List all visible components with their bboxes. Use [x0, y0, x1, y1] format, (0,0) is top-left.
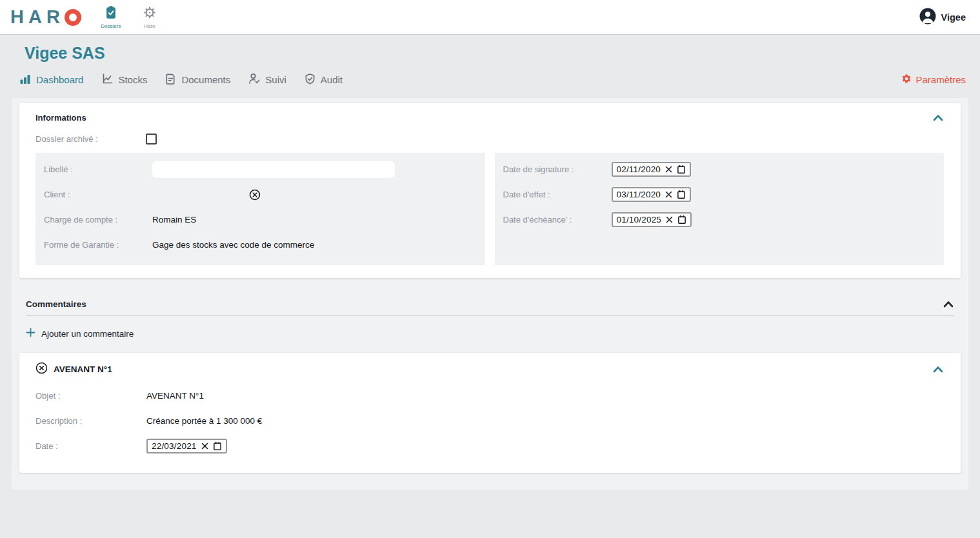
description-label: Description :: [35, 416, 146, 426]
date-clear-icon[interactable]: [665, 166, 672, 173]
plus-icon: [26, 328, 35, 339]
nav-dossiers[interactable]: Dossiers: [97, 5, 125, 29]
calendar-icon[interactable]: [677, 164, 686, 174]
objet-value: AVENANT N°1: [146, 391, 204, 401]
user-name: Vigee: [941, 12, 966, 23]
top-header: HAR Dossiers: [0, 0, 980, 35]
tab-bar: Dashboard Stocks Documents: [19, 72, 966, 87]
nav-haro-label: Haro: [144, 23, 155, 29]
client-clear-circle-x-icon[interactable]: [249, 189, 261, 201]
date-clear-icon[interactable]: [666, 216, 673, 223]
ajouter-commentaire-label: Ajouter un commentaire: [41, 329, 134, 339]
dossier-archive-label: Dossier archivé :: [35, 134, 145, 144]
clipboard-check-icon: [104, 5, 118, 23]
collapse-informations-chevron-icon[interactable]: [932, 114, 944, 122]
tab-suivi[interactable]: Suivi: [248, 72, 286, 87]
person-check-icon: [248, 72, 261, 87]
charge-de-compte-label: Chargé de compte :: [44, 215, 152, 224]
client-label: Client :: [44, 190, 152, 199]
tab-suivi-label: Suivi: [265, 74, 286, 85]
description-value: Créance portée à 1 300 000 €: [146, 416, 262, 426]
date-effet-value: 03/11/2020: [617, 190, 661, 199]
calendar-icon[interactable]: [677, 215, 686, 224]
avenant-date-input[interactable]: 22/03/2021: [146, 439, 227, 453]
avenant-card: AVENANT N°1 Objet : AVENANT N°1 Descript…: [19, 353, 961, 473]
date-signature-input[interactable]: 02/11/2020: [612, 162, 692, 177]
collapse-avenant-chevron-icon[interactable]: [932, 365, 944, 374]
avenant-title: AVENANT N°1: [54, 364, 112, 374]
logo-text: HAR: [10, 8, 65, 26]
informations-title: Informations: [35, 113, 86, 123]
avenant-date-value: 22/03/2021: [152, 441, 197, 451]
date-signature-value: 02/11/2020: [617, 164, 661, 174]
document-icon: [165, 73, 177, 87]
informations-card: Informations Dossier archivé : Libellé :…: [19, 103, 961, 278]
tab-audit-label: Audit: [321, 74, 343, 85]
avenant-remove-circle-x-icon[interactable]: [35, 362, 48, 377]
haro-logo[interactable]: HAR: [10, 8, 81, 26]
bar-chart-icon: [19, 73, 32, 87]
commentaires-section: Commentaires Ajouter un commentaire: [26, 299, 954, 339]
charge-de-compte-value: Romain ES: [152, 215, 196, 224]
logo-o: [65, 9, 81, 26]
parametres-button[interactable]: Paramètres: [901, 74, 966, 86]
top-nav: Dossiers: [97, 5, 164, 29]
tab-documents[interactable]: Documents: [165, 73, 230, 87]
calendar-icon[interactable]: [213, 441, 222, 451]
line-chart-icon: [101, 72, 114, 87]
libelle-input[interactable]: [152, 161, 395, 178]
tab-dashboard[interactable]: Dashboard: [19, 73, 83, 87]
date-clear-icon[interactable]: [665, 191, 672, 198]
collapse-commentaires-chevron-icon[interactable]: [943, 300, 954, 308]
informations-right-panel: Date de signature : 02/11/2020: [495, 153, 945, 265]
shield-check-icon: [304, 73, 316, 87]
avenant-date-label: Date :: [35, 441, 146, 451]
date-effet-label: Date d'effet :: [503, 190, 612, 199]
date-clear-icon[interactable]: [201, 443, 208, 450]
informations-left-panel: Libellé : Client : Chargé de compte :: [35, 153, 485, 265]
tab-stocks-label: Stocks: [118, 74, 147, 85]
commentaires-divider: [26, 315, 954, 315]
forme-de-garantie-value: Gage des stocks avec code de commerce: [152, 240, 314, 250]
date-echeance-value: 01/10/2025: [617, 215, 662, 224]
commentaires-title: Commentaires: [26, 299, 86, 309]
user-avatar-icon: [919, 8, 936, 27]
ajouter-commentaire-button[interactable]: Ajouter un commentaire: [26, 328, 134, 339]
content-container: Informations Dossier archivé : Libellé :…: [12, 98, 968, 490]
libelle-label: Libellé :: [44, 164, 152, 174]
calendar-icon[interactable]: [677, 190, 686, 199]
date-echeance-label: Date d'échéance' :: [503, 215, 612, 224]
gear-icon: [901, 74, 912, 86]
user-menu[interactable]: Vigee: [919, 8, 966, 27]
tab-documents-label: Documents: [181, 74, 230, 85]
nav-haro[interactable]: Haro: [135, 5, 164, 29]
tab-stocks[interactable]: Stocks: [101, 72, 147, 87]
parametres-label: Paramètres: [915, 74, 966, 85]
dossier-archive-checkbox[interactable]: [146, 134, 157, 144]
objet-label: Objet :: [35, 391, 146, 401]
nav-dossiers-label: Dossiers: [101, 23, 121, 29]
date-signature-label: Date de signature :: [503, 164, 612, 174]
date-echeance-input[interactable]: 01/10/2025: [612, 212, 692, 227]
gear-outline-icon: [143, 5, 157, 23]
tab-audit[interactable]: Audit: [304, 73, 343, 87]
date-effet-input[interactable]: 03/11/2020: [612, 187, 692, 202]
forme-de-garantie-label: Forme de Garantie :: [44, 240, 152, 250]
tab-dashboard-label: Dashboard: [36, 74, 83, 85]
page-title: Vigee SAS: [25, 44, 980, 63]
